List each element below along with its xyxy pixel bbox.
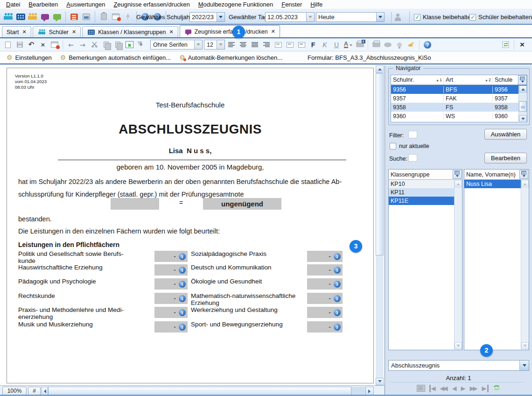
scroll-left-button[interactable] — [41, 387, 48, 396]
bold-button[interactable]: F — [308, 40, 318, 50]
only-current-checkbox[interactable] — [390, 143, 396, 149]
table-row[interactable]: 9357FAK9357 — [391, 94, 527, 103]
grade-input[interactable]: - — [154, 307, 188, 318]
align-center-icon[interactable] — [238, 40, 248, 50]
chevron-down-icon[interactable] — [376, 13, 384, 21]
students-icon[interactable] — [2, 11, 14, 23]
undo-icon[interactable]: ↶ — [26, 40, 36, 50]
copy-icon[interactable] — [101, 40, 111, 50]
info-icon[interactable] — [179, 309, 186, 316]
font-family-combobox[interactable]: Ohne Serifen — [150, 40, 203, 50]
menu-bearbeiten[interactable]: Bearbeiten — [24, 0, 62, 9]
report-type-combobox[interactable]: Abschlusszeugnis — [388, 360, 529, 371]
tab-klassen[interactable]: Klassen / Klassengruppen✕ — [82, 26, 178, 37]
checkbox-checked-icon[interactable] — [469, 14, 476, 21]
list-item[interactable]: KP10 — [389, 180, 454, 188]
document-vertical-scrollbar[interactable] — [376, 65, 384, 385]
menu-datei[interactable]: Datei — [2, 0, 24, 9]
block-top-icon[interactable] — [273, 40, 283, 50]
day-date-field[interactable]: 12.05.2023 — [265, 9, 315, 25]
select-button[interactable]: Auswählen — [484, 129, 527, 140]
grade-input[interactable]: - — [154, 251, 188, 262]
chevron-down-icon[interactable] — [194, 40, 202, 49]
grade-input[interactable]: - — [307, 293, 343, 304]
tab-zeugnisse[interactable]: Zeugnisse erfassen/drucken✕ — [180, 25, 280, 37]
column-options-button[interactable] — [518, 75, 527, 85]
tab-start[interactable]: Start✕ — [2, 26, 31, 37]
grade-input[interactable]: - — [307, 278, 343, 290]
forward-arrow-icon[interactable]: → — [77, 40, 88, 50]
column-schulnr[interactable]: Schulnr.1 — [391, 77, 444, 83]
column-options-button[interactable] — [519, 170, 528, 179]
info-icon[interactable] — [334, 309, 341, 316]
chevron-down-icon[interactable] — [519, 361, 529, 370]
zoom-level-button[interactable]: 100% — [2, 387, 27, 396]
auto-delete-remarks-button[interactable]: ⚙ Automatik-Bemerkungen löschen... — [176, 53, 285, 62]
list-scrollbar[interactable] — [521, 180, 529, 349]
menu-zeugnisse[interactable]: Zeugnisse erfassen/drucken — [109, 0, 194, 9]
school-year-combobox[interactable]: 2022/23 — [189, 9, 225, 25]
menu-modulbezogene-funktionen[interactable]: Modulbezogene Funktionen — [194, 0, 277, 9]
keep-student-checkbox[interactable]: Schüler beibehalten — [469, 9, 532, 25]
refresh-records-icon[interactable] — [493, 384, 501, 392]
help-icon[interactable] — [422, 40, 433, 50]
settings-button[interactable]: ⚙ Einstellungen — [4, 53, 55, 62]
classes-icon[interactable] — [14, 11, 27, 23]
scrollbar-thumb[interactable] — [376, 73, 384, 255]
grade-input[interactable]: - — [154, 321, 188, 332]
close-icon[interactable]: ✕ — [22, 29, 26, 35]
paste-icon[interactable] — [112, 40, 123, 50]
auto-insert-remarks-button[interactable]: ⚙ Bemerkungen automatisch einfügen... — [57, 53, 174, 62]
align-justify-icon[interactable] — [250, 40, 260, 50]
scroll-up-button[interactable] — [376, 65, 384, 73]
refresh-icon[interactable] — [501, 40, 511, 50]
scroll-up-button[interactable] — [519, 85, 527, 92]
align-right-icon[interactable] — [261, 40, 272, 50]
bell-icon[interactable] — [406, 40, 416, 50]
print-icon[interactable] — [371, 40, 381, 50]
align-left-icon[interactable] — [226, 40, 237, 50]
table-scrollbar[interactable] — [518, 85, 527, 122]
grade-input[interactable]: - — [154, 278, 188, 290]
block-middle-icon[interactable] — [285, 40, 295, 50]
close-icon[interactable]: ✕ — [72, 29, 76, 35]
window-remove-icon[interactable] — [49, 40, 60, 50]
info-icon[interactable] — [179, 253, 186, 260]
notebook-print-icon[interactable] — [80, 11, 92, 23]
chevron-down-icon[interactable] — [217, 40, 224, 49]
info-icon[interactable] — [334, 267, 341, 274]
document-horizontal-scrollbar[interactable] — [41, 387, 374, 396]
print-compress-icon[interactable] — [355, 40, 365, 50]
font-color-button[interactable]: A — [343, 40, 353, 50]
info-icon[interactable] — [334, 281, 341, 288]
info-icon[interactable] — [179, 281, 186, 288]
insert-textblock-icon[interactable] — [136, 40, 146, 50]
book-edit-icon[interactable] — [68, 11, 80, 23]
grid-toggle-button[interactable]: # — [28, 387, 41, 396]
info-icon[interactable] — [334, 295, 341, 302]
grade-input[interactable]: - — [307, 264, 343, 276]
underline-button[interactable]: U — [331, 40, 342, 50]
chevron-down-icon[interactable] — [217, 13, 224, 21]
close-icon[interactable]: ✕ — [271, 28, 275, 35]
grade-input[interactable]: - — [307, 321, 343, 332]
grade-input[interactable]: - — [307, 251, 343, 262]
italic-button[interactable]: K — [320, 40, 330, 50]
info-icon[interactable] — [179, 324, 186, 331]
grade-input[interactable]: - — [154, 293, 188, 304]
table-row[interactable]: 9358FS9358 — [391, 103, 527, 112]
block-bottom-icon[interactable] — [296, 40, 307, 50]
grade-input[interactable]: - — [154, 264, 188, 276]
groups-icon[interactable] — [27, 11, 39, 23]
scroll-right-button[interactable] — [365, 387, 374, 396]
info-icon[interactable] — [179, 267, 186, 274]
list-item[interactable]: KP11E — [389, 197, 454, 205]
list-item[interactable]: Nuss Lisa — [464, 180, 521, 188]
keep-class-checkbox[interactable]: Klasse beibehalten — [414, 9, 474, 25]
info-icon[interactable] — [334, 324, 341, 331]
back-arrow-icon[interactable]: ← — [66, 40, 76, 50]
cut-icon[interactable] — [89, 40, 99, 50]
close-icon[interactable]: ✕ — [169, 29, 173, 35]
close-view-button[interactable]: × — [517, 40, 527, 50]
menu-hilfe[interactable]: Hilfe — [306, 0, 327, 9]
